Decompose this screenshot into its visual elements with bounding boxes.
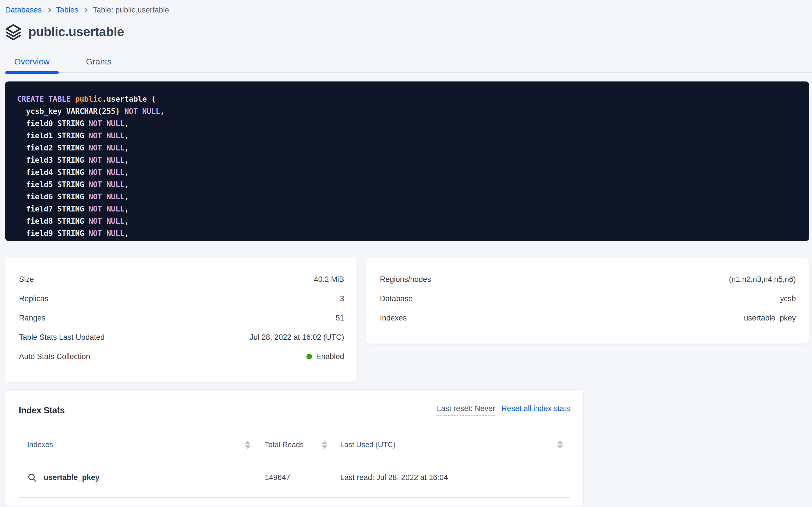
tab-overview[interactable]: Overview: [5, 57, 59, 72]
index-stats-title: Index Stats: [19, 405, 65, 415]
detail-label: Indexes: [380, 314, 407, 323]
detail-label: Database: [380, 294, 413, 303]
detail-value: Enabled: [306, 352, 344, 361]
details-cards-row: Size 40.2 MiB Replicas 3 Ranges 51 Table…: [5, 258, 809, 382]
reset-all-index-stats-link[interactable]: Reset all index stats: [501, 404, 570, 413]
last-used-value: Last read: Jul 28, 2022 at 16:04: [340, 473, 570, 482]
chevron-right-icon: [47, 8, 51, 12]
chevron-right-icon: [83, 8, 88, 12]
column-header-indexes: Indexes: [27, 440, 53, 449]
column-header-last-used: Last Used (UTC): [340, 440, 395, 449]
detail-value: ycsb: [780, 294, 796, 303]
detail-label: Ranges: [19, 314, 45, 323]
total-reads-value: 149647: [265, 473, 340, 482]
sort-asc-icon: [245, 441, 251, 444]
database-details-card: Regions/nodes (n1,n2,n3,n4,n5,n6) Databa…: [366, 258, 809, 344]
breadcrumb-current: Table: public.usertable: [93, 6, 169, 14]
detail-value: Jul 28, 2022 at 16:02 (UTC): [250, 333, 344, 342]
breadcrumb-tables-link[interactable]: Tables: [56, 6, 78, 14]
sort-icon[interactable]: [322, 441, 327, 449]
detail-row-replicas: Replicas 3: [19, 289, 344, 308]
index-stats-card: Index Stats Last reset: Never Reset all …: [5, 391, 583, 506]
sort-icon[interactable]: [245, 441, 251, 449]
detail-row-regions: Regions/nodes (n1,n2,n3,n4,n5,n6): [380, 270, 796, 289]
detail-value: (n1,n2,n3,n4,n5,n6): [729, 275, 796, 284]
magnifier-icon: [27, 473, 38, 483]
detail-label: Size: [19, 275, 34, 284]
layers-stack-icon: [5, 23, 21, 40]
sort-asc-icon: [557, 441, 563, 444]
breadcrumb: Databases Tables Table: public.usertable: [5, 4, 809, 16]
detail-row-ranges: Ranges 51: [19, 308, 344, 328]
detail-row-auto-stats: Auto Stats Collection Enabled: [19, 347, 344, 366]
page-header: public.usertable: [5, 23, 809, 40]
index-stats-row-usertable-pkey[interactable]: usertable_pkey 149647 Last read: Jul 28,…: [19, 458, 570, 498]
detail-row-stats-updated: Table Stats Last Updated Jul 28, 2022 at…: [19, 328, 344, 347]
sort-asc-icon: [322, 441, 327, 444]
index-name[interactable]: usertable_pkey: [44, 473, 100, 482]
status-dot-green: [306, 354, 312, 359]
detail-row-indexes: Indexes usertable_pkey: [380, 308, 796, 328]
sort-desc-icon: [557, 445, 563, 449]
sort-desc-icon: [322, 445, 327, 449]
last-reset-label[interactable]: Last reset: Never: [437, 404, 495, 415]
detail-value: 40.2 MiB: [314, 275, 344, 284]
detail-label: Replicas: [19, 294, 49, 303]
detail-label: Auto Stats Collection: [19, 352, 90, 361]
detail-value: 3: [340, 294, 344, 303]
page-title: public.usertable: [28, 24, 124, 39]
detail-label: Regions/nodes: [380, 275, 431, 284]
tab-bar: Overview Grants: [5, 57, 812, 73]
detail-row-size: Size 40.2 MiB: [19, 270, 344, 289]
index-stats-header: Index Stats Last reset: Never Reset all …: [19, 404, 570, 415]
detail-value: 51: [336, 314, 344, 323]
table-details-page: Databases Tables Table: public.usertable…: [0, 0, 812, 507]
detail-value: usertable_pkey: [744, 314, 796, 323]
tab-grants[interactable]: Grants: [77, 57, 121, 72]
column-header-total-reads: Total Reads: [265, 440, 304, 449]
detail-label: Table Stats Last Updated: [19, 333, 105, 342]
breadcrumb-databases-link[interactable]: Databases: [5, 6, 42, 14]
create-table-statement: CREATE TABLE public.usertable ( ycsb_key…: [5, 81, 809, 241]
detail-row-database: Database ycsb: [380, 289, 796, 308]
table-details-card: Size 40.2 MiB Replicas 3 Ranges 51 Table…: [5, 258, 358, 382]
sort-icon[interactable]: [557, 441, 563, 449]
sort-desc-icon: [245, 445, 251, 449]
status-text: Enabled: [316, 352, 344, 361]
index-table-header: Indexes Total Reads Last Used (UTC): [19, 439, 570, 450]
reset-area: Last reset: Never Reset all index stats: [437, 404, 570, 415]
